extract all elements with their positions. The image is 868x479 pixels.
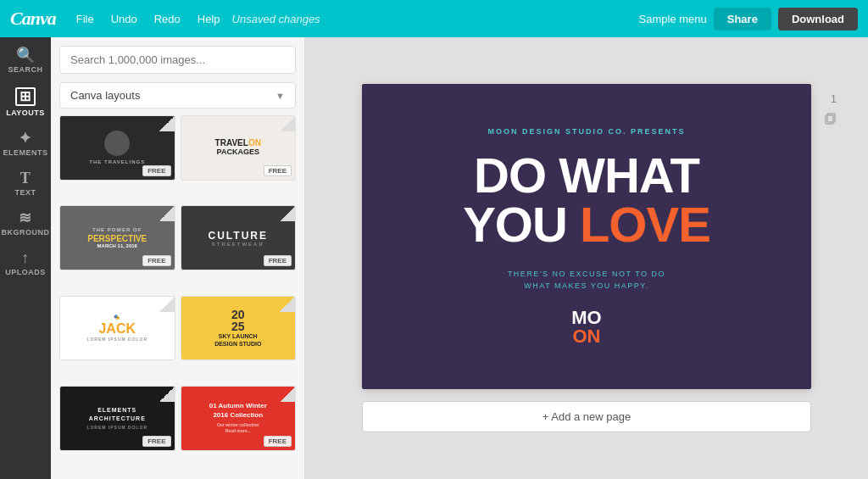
canvas-wrapper: MOON DESIGN STUDIO CO. PRESENTS DO WHAT … [362,84,811,389]
circle-decoration [104,131,130,156]
corner-fold [280,116,295,131]
layouts-panel: Canva layouts ▼ THE TRAVELINGS FREE TRAV… [51,37,305,479]
corner-fold [280,387,295,402]
duplicate-page-icon[interactable] [823,111,837,128]
file-menu[interactable]: File [71,9,99,29]
undo-button[interactable]: Undo [106,9,142,29]
layout-thumbnail-8[interactable]: 01 Autumn Winter2016 Collection Our wint… [181,386,297,451]
layout-thumbnail-7[interactable]: ELEMENTSARCHITECTURE LOREM IPSUM DOLOR F… [59,386,175,451]
sidebar-label-search: SEARCH [8,65,42,74]
canvas-line2-orange: LOVE [580,197,710,252]
thumb-1-content: THE TRAVELINGS [84,125,150,170]
thumb-6-content: 2025 SKY LAUNCHDESIGN STUDIO [214,309,261,348]
corner-fold [159,206,175,221]
design-canvas[interactable]: MOON DESIGN STUDIO CO. PRESENTS DO WHAT … [362,84,811,389]
layout-thumbnail-1[interactable]: THE TRAVELINGS FREE [59,115,175,181]
background-icon: ≋ [19,210,32,226]
free-badge: FREE [142,436,170,447]
sidebar: 🔍 SEARCH ⊞ LAYOUTS ✦ ELEMENTS T TEXT ≋ B… [0,37,51,479]
thumb-8-content: 01 Autumn Winter2016 Collection Our wint… [209,402,267,434]
layout-thumbnail-3[interactable]: THE POWER OF PERSPECTIVE MARCH 11, 2016 … [59,205,175,270]
canvas-main-text: DO WHAT YOU LOVE [463,151,710,249]
thumb-4-content: CULTURE STREETWEAR [209,230,268,247]
sidebar-item-bkground[interactable]: ≋ BKGROUND [0,203,51,242]
sidebar-item-layouts[interactable]: ⊞ LAYOUTS [0,81,51,122]
canvas-logo: MO ON [571,309,601,346]
add-page-button[interactable]: + Add a new page [362,401,811,432]
page-number: 1 [831,92,837,105]
thumb-7-content: ELEMENTSARCHITECTURE LOREM IPSUM DOLOR [86,406,147,431]
sidebar-label-uploads: UPLOADS [5,268,46,276]
corner-fold [159,116,175,131]
canvas-line2-white: YOU [463,197,580,252]
search-area [51,37,304,82]
thumb-2-content: TRAVELON PACKAGES [215,138,261,157]
sidebar-label-bkground: BKGROUND [2,228,50,237]
layout-thumbnail-6[interactable]: 2025 SKY LAUNCHDESIGN STUDIO [181,296,297,361]
search-icon: 🔍 [16,47,36,63]
canvas-area: MOON DESIGN STUDIO CO. PRESENTS DO WHAT … [305,37,868,479]
sidebar-item-search[interactable]: 🔍 SEARCH [0,41,51,79]
sidebar-label-elements: ELEMENTS [3,148,47,157]
help-menu[interactable]: Help [192,9,225,29]
main-layout: 🔍 SEARCH ⊞ LAYOUTS ✦ ELEMENTS T TEXT ≋ B… [0,37,868,479]
canvas-subtitle: MOON DESIGN STUDIO CO. PRESENTS [487,127,685,136]
share-button[interactable]: Share [714,8,771,31]
sidebar-item-text[interactable]: T TEXT [0,164,51,202]
thumbnails-grid: THE TRAVELINGS FREE TRAVELON PACKAGES FR… [51,115,304,479]
nav-right: Sample menu Share Download [639,8,858,31]
text-icon: T [20,170,31,186]
redo-button[interactable]: Redo [149,9,186,29]
free-badge: FREE [264,436,292,447]
top-navigation: Canva File Undo Redo Help Unsaved change… [0,0,868,37]
corner-fold [159,387,175,402]
corner-fold [159,297,175,312]
sidebar-label-text: TEXT [14,188,36,197]
search-input[interactable] [59,46,296,74]
free-badge: FREE [264,255,292,266]
layout-thumbnail-4[interactable]: CULTURE STREETWEAR FREE [181,205,297,270]
layouts-icon: ⊞ [15,87,36,106]
layouts-dropdown[interactable]: Canva layouts ▼ [59,82,296,109]
free-badge: FREE [142,255,170,266]
canvas-line1: DO WHAT [463,151,710,200]
download-button[interactable]: Download [778,8,858,31]
layout-thumbnail-2[interactable]: TRAVELON PACKAGES FREE [181,115,297,181]
sidebar-item-uploads[interactable]: ↑ UPLOADS [0,243,51,281]
corner-fold [280,206,295,221]
uploads-icon: ↑ [21,250,30,265]
canvas-tagline: THERE'S NO EXCUSE NOT TO DO WHAT MAKES Y… [508,268,665,292]
canva-logo[interactable]: Canva [10,8,56,30]
sidebar-item-elements[interactable]: ✦ ELEMENTS [0,124,51,162]
unsaved-status: Unsaved changes [232,13,320,25]
sidebar-label-layouts: LAYOUTS [6,109,45,117]
chevron-down-icon: ▼ [275,91,285,101]
corner-fold [280,297,295,312]
canvas-line2: YOU LOVE [463,200,710,249]
thumb-5-content: 🎭 JACK LOREM IPSUM DOLOR [86,314,147,342]
free-badge: FREE [142,165,170,176]
elements-icon: ✦ [19,131,32,146]
free-badge: FREE [264,165,292,176]
sample-menu-link[interactable]: Sample menu [639,13,707,25]
dropdown-label: Canva layouts [70,89,140,102]
layout-thumbnail-5[interactable]: 🎭 JACK LOREM IPSUM DOLOR [59,296,175,361]
thumb-3-content: THE POWER OF PERSPECTIVE MARCH 11, 2016 [87,227,147,248]
